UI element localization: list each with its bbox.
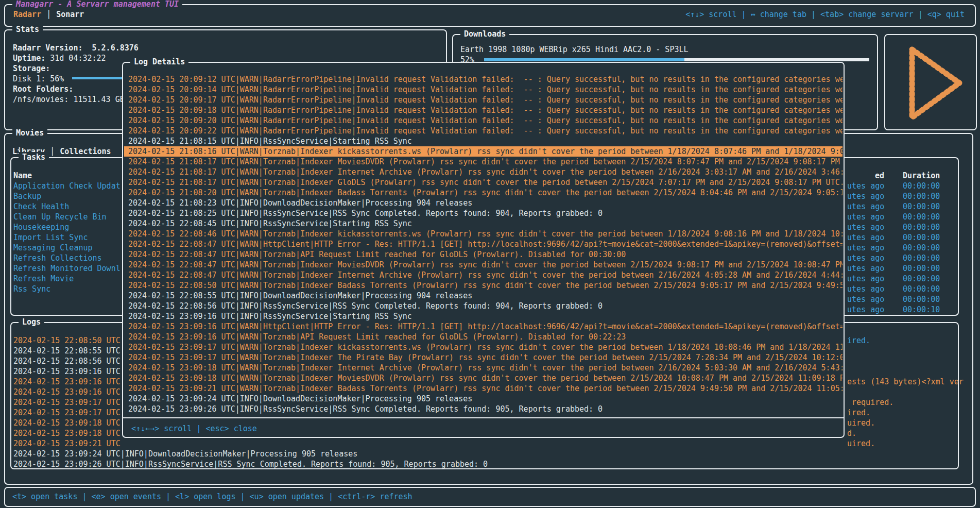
log-line[interactable]: 2024-02-15 22:08:47 UTC|WARN|HttpClient|… (124, 239, 843, 249)
log-line[interactable]: 2024-02-15 23:09:16 UTC|INFO|RssSyncServ… (124, 311, 843, 321)
log-time: 2024-02-15 22:08:55 UTC (13, 346, 121, 355)
log-line[interactable]: 2024-02-15 21:08:17 UTC|WARN|Torznab|Ind… (124, 177, 843, 188)
task-duration-row[interactable]: utes ago00:00:00 (847, 191, 960, 201)
log-line-fragment: uired. (847, 438, 875, 449)
stats-version-row: Radarr Version: 5.2.6.8376 (13, 43, 139, 53)
stats-root-folders-label: Root Folders: (13, 84, 73, 94)
managarr-logo-icon (885, 35, 976, 129)
log-line[interactable]: 2024-02-15 21:08:15 UTC|INFO|RssSyncServ… (124, 136, 843, 146)
keybind-hints-bottom: <t> open tasks | <e> open events | <l> o… (12, 492, 412, 502)
log-line[interactable]: 2024-02-15 22:08:56 UTC|INFO|RssSyncServ… (124, 301, 843, 311)
log-details-modal: Log Details 2024-02-15 20:09:12 UTC|WARN… (122, 62, 845, 438)
log-line[interactable]: 2024-02-15 22:08:46 UTC|WARN|Torznab|Ind… (124, 229, 843, 239)
tab-collections[interactable]: Collections (60, 147, 111, 156)
log-time: 2024-02-15 23:09:21 UTC (13, 439, 121, 448)
download-progress-bar (484, 58, 869, 61)
log-line[interactable]: 2024-02-15 22:08:47 UTC|WARN|Torznab|API… (124, 249, 843, 260)
task-duration-row[interactable]: utes ago00:00:00 (847, 294, 960, 304)
log-line[interactable]: 2024-02-15 22:08:45 UTC|INFO|RssSyncServ… (124, 218, 843, 229)
stats-version-value: 5.2.6.8376 (92, 43, 139, 53)
log-line-fragment: ired. (847, 408, 870, 418)
task-duration-row[interactable]: utes ago00:00:00 (847, 263, 960, 274)
task-queued-fragment: utes ago (847, 181, 884, 191)
log-line[interactable]: 2024-02-15 20:09:20 UTC|WARN|RadarrError… (124, 115, 843, 126)
log-line[interactable]: 2024-02-15 21:08:16 UTC|WARN|Torznab|Ind… (124, 146, 843, 157)
log-line[interactable]: 2024-02-15 21:08:25 UTC|INFO|RssSyncServ… (124, 208, 843, 218)
task-queued-fragment: utes ago (847, 212, 884, 222)
stats-root-folder-value: /nfs/movies: 11511.43 GB (13, 94, 125, 105)
log-line[interactable]: 2024-02-15 23:09:18 UTC|WARN|Torznab|Ind… (124, 363, 843, 373)
log-line[interactable]: 2024-02-15 21:08:23 UTC|INFO|DownloadDec… (124, 198, 843, 208)
log-line[interactable]: 2024-02-15 20:09:18 UTC|WARN|RadarrError… (124, 105, 843, 115)
stats-uptime-value: 31d 04:32:22 (50, 54, 106, 63)
modal-footer-divider (123, 417, 844, 418)
bottom-bar: <t> open tasks | <e> open events | <l> o… (4, 487, 976, 507)
task-duration-row[interactable]: utes ago00:00:00 (847, 232, 960, 243)
task-duration-value: 00:00:00 (903, 232, 940, 243)
tab-sonarr[interactable]: Sonarr (56, 10, 84, 19)
log-line[interactable]: 2024-02-15 22:08:55 UTC|INFO|DownloadDec… (124, 291, 843, 301)
task-duration-row[interactable]: utes ago00:00:00 (847, 284, 960, 294)
stats-uptime-row: Uptime: 31d 04:32:22 (13, 53, 106, 63)
task-queued-fragment: utes ago (847, 264, 884, 273)
task-duration-row[interactable]: utes ago00:00:00 (847, 253, 960, 263)
task-duration-row[interactable]: utes ago00:00:00 (847, 181, 960, 191)
log-line[interactable]: 2024-02-15 23:09:17 UTC|WARN|Torznab|Ind… (124, 352, 843, 363)
log-time: 2024-02-15 22:08:50 UTC (13, 336, 121, 345)
log-time: 2024-02-15 23:09:26 UTC|INFO|RssSyncServ… (13, 460, 488, 469)
task-duration-row[interactable]: utes ago00:00:00 (847, 243, 960, 253)
log-time: 2024-02-15 23:09:18 UTC (13, 418, 121, 428)
task-duration-row[interactable]: utes ago00:00:10 (847, 304, 960, 315)
movies-title: Movies (12, 128, 47, 138)
log-line[interactable]: 2024-02-15 20:09:12 UTC|WARN|RadarrError… (124, 74, 843, 84)
task-queued-fragment: utes ago (847, 274, 884, 283)
task-duration-row[interactable]: utes ago00:00:00 (847, 222, 960, 232)
log-line[interactable]: 2024-02-15 20:09:22 UTC|WARN|RadarrError… (124, 126, 843, 136)
modal-title: Log Details (130, 57, 188, 67)
tab-radarr[interactable]: Radarr (13, 10, 41, 19)
log-time: 2024-02-15 22:08:56 UTC (13, 357, 121, 366)
log-line[interactable]: 2024-02-15 23:09:16 UTC|WARN|HttpClient|… (124, 321, 843, 332)
log-time: 2024-02-15 23:09:18 UTC (13, 429, 121, 438)
download-progress-fill (484, 58, 684, 61)
task-queued-fragment: utes ago (847, 253, 884, 263)
task-duration-row[interactable]: utes ago00:00:00 (847, 274, 960, 284)
log-line[interactable]: 2024-02-15 20:09:17 UTC|WARN|RadarrError… (124, 95, 843, 105)
downloads-title: Downloads (460, 29, 509, 39)
task-queued-fragment: utes ago (847, 202, 884, 211)
task-duration-value: 00:00:00 (903, 212, 940, 222)
stats-storage-label: Storage: (13, 63, 50, 74)
log-line[interactable]: 2024-02-15 23:09:24 UTC|INFO|DownloadDec… (124, 394, 843, 404)
log-row[interactable]: 2024-02-15 23:09:21 UTCuired. (13, 438, 957, 449)
task-duration-value: 00:00:00 (903, 253, 940, 263)
task-duration-value: 00:00:10 (903, 304, 940, 315)
log-line[interactable]: 2024-02-15 23:09:16 UTC|WARN|Torznab|API… (124, 332, 843, 342)
log-line[interactable]: 2024-02-15 23:09:21 UTC|WARN|Torznab|Ind… (124, 383, 843, 394)
modal-footer-hints: <↑↓←→> scroll | <esc> close (131, 424, 257, 434)
log-line[interactable]: 2024-02-15 21:08:20 UTC|WARN|Torznab|Ind… (124, 188, 843, 198)
task-duration-value: 00:00:00 (903, 243, 940, 253)
modal-log-lines: 2024-02-15 20:09:12 UTC|WARN|RadarrError… (124, 74, 843, 414)
log-line[interactable]: 2024-02-15 23:09:17 UTC|WARN|Torznab|Ind… (124, 342, 843, 352)
tasks-title: Tasks (19, 152, 49, 162)
keybind-hints-top: <↑↓> scroll | ↔ change tab | <tab> chang… (685, 9, 965, 20)
log-line[interactable]: 2024-02-15 22:08:47 UTC|WARN|Torznab|Ind… (124, 270, 843, 280)
log-line[interactable]: 2024-02-15 20:09:14 UTC|WARN|RadarrError… (124, 84, 843, 95)
task-duration-value: 00:00:00 (903, 201, 940, 212)
log-line[interactable]: 2024-02-15 22:08:50 UTC|WARN|Torznab|Ind… (124, 280, 843, 291)
download-item[interactable]: Earth 1998 1080p WEBRip x265 Hindi AAC2.… (460, 44, 689, 55)
log-row[interactable]: 2024-02-15 23:09:26 UTC|INFO|RssSyncServ… (13, 459, 957, 469)
log-line[interactable]: 2024-02-15 21:08:17 UTC|WARN|Torznab|Ind… (124, 157, 843, 167)
task-duration-row[interactable]: utes ago00:00:00 (847, 201, 960, 212)
log-line[interactable]: 2024-02-15 21:08:17 UTC|WARN|Torznab|Ind… (124, 167, 843, 177)
tab-separator: │ (41, 10, 56, 19)
log-row[interactable]: 2024-02-15 23:09:24 UTC|INFO|DownloadDec… (13, 449, 957, 459)
log-line[interactable]: 2024-02-15 23:09:18 UTC|WARN|Torznab|Ind… (124, 373, 843, 383)
log-line[interactable]: 2024-02-15 22:08:47 UTC|WARN|Torznab|Ind… (124, 260, 843, 270)
log-time: 2024-02-15 23:09:16 UTC (13, 367, 121, 376)
log-line-fragment: required. (847, 397, 893, 408)
task-queued-fragment: utes ago (847, 295, 884, 304)
log-line[interactable]: 2024-02-15 23:09:26 UTC|INFO|RssSyncServ… (124, 404, 843, 414)
task-queued-fragment: utes ago (847, 223, 884, 232)
task-duration-row[interactable]: utes ago00:00:00 (847, 212, 960, 222)
